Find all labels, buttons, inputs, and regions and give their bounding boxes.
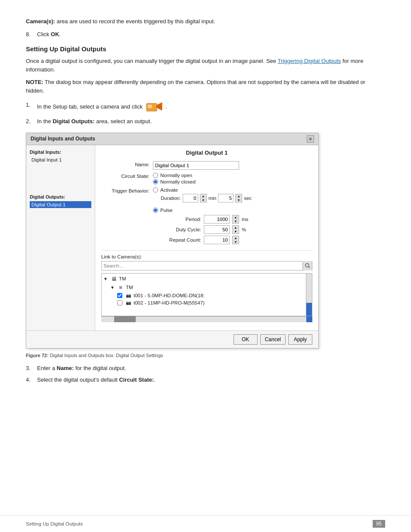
cam1-checkbox[interactable]: [117, 293, 122, 298]
step-1: 1. In the Setup tab, select a camera and…: [26, 101, 385, 114]
circuit-state-row: Circuit State: Normally open Normally cl…: [101, 173, 312, 184]
activate-label: Activate: [160, 187, 178, 193]
digital-output-1-item[interactable]: Digital Output 1: [30, 201, 91, 208]
footer-right: 95: [373, 520, 385, 528]
cam2-icon: 📷: [125, 300, 132, 305]
duty-cycle-row: Duty Cycle: ▲ ▼ %: [162, 225, 312, 234]
repeat-count-input[interactable]: [204, 236, 230, 244]
circuit-bold: Circuit State:: [119, 376, 154, 383]
repeat-spinner[interactable]: ▲ ▼: [232, 236, 239, 244]
h-scroll-right-btn[interactable]: [306, 316, 312, 322]
step-4-num: 4.: [26, 376, 34, 384]
left-spacer4: [30, 182, 91, 188]
left-spacer2: [30, 170, 91, 176]
repeat-count-row: Repeat Count: ▲ ▼: [162, 236, 312, 244]
period-up[interactable]: ▲: [233, 215, 239, 219]
vertical-scrollbar[interactable]: [306, 274, 312, 316]
normally-closed-radio[interactable]: [153, 179, 158, 184]
digital-outputs-label: Digital Outputs:: [30, 194, 91, 199]
activate-radio[interactable]: [153, 187, 158, 193]
activate-row: Activate: [153, 187, 312, 193]
period-unit: ms: [242, 217, 248, 222]
duration-min-up[interactable]: ▲: [200, 194, 206, 198]
duration-min-input[interactable]: [183, 194, 198, 202]
period-down[interactable]: ▼: [233, 219, 239, 223]
repeat-down[interactable]: ▼: [233, 240, 239, 244]
ok-button[interactable]: OK: [234, 334, 258, 345]
duration-sec-up[interactable]: ▲: [236, 194, 242, 198]
note-paragraph: NOTE: The dialog box may appear differen…: [26, 78, 385, 95]
duration-min-down[interactable]: ▼: [200, 198, 206, 202]
step-4: 4. Select the digital output's default C…: [26, 376, 385, 384]
page-footer: Setting Up Digital Outputs 95: [0, 515, 411, 532]
duty-cycle-label: Duty Cycle:: [162, 227, 201, 232]
search-button[interactable]: [302, 261, 312, 271]
h-scroll-thumb[interactable]: [114, 316, 136, 322]
tree-cam2-label: t002 - 11MP-HD-PRO-M(55547): [134, 300, 205, 305]
min-unit: min: [209, 196, 217, 201]
tree-item-tm1: ▼ 🖥 TM: [103, 275, 304, 283]
apply-button[interactable]: Apply: [288, 334, 312, 345]
normally-open-row: Normally open: [153, 173, 312, 178]
step-3-num: 3.: [26, 364, 34, 373]
step-8: 8. Click OK.: [26, 30, 385, 39]
svg-marker-1: [157, 103, 162, 110]
setup-icon: [146, 101, 162, 114]
cancel-button[interactable]: Cancel: [260, 334, 286, 345]
digital-inputs-label: Digital Inputs:: [30, 149, 91, 155]
circuit-state-control: Normally open Normally closed: [153, 173, 312, 184]
tree-item-cam1: 📷 t001 - 5.0MP-HD-DOME-DN(18:: [117, 292, 304, 299]
duty-cycle-input[interactable]: [204, 225, 230, 234]
server-icon: 🖥: [110, 276, 117, 282]
search-input[interactable]: [102, 263, 302, 269]
tree-expand-tm1[interactable]: ▼: [103, 277, 109, 281]
horizontal-scrollbar[interactable]: [101, 316, 312, 322]
circuit-state-label: Circuit State:: [101, 173, 153, 179]
step-4-content: Select the digital output's default Circ…: [37, 376, 156, 384]
duty-unit: %: [242, 227, 246, 232]
page-number: 95: [373, 520, 385, 528]
cam2-checkbox[interactable]: [117, 300, 122, 305]
left-spacer: [30, 164, 91, 170]
pulse-fields: Period: ▲ ▼ ms D: [162, 215, 312, 244]
name-label: Name:: [101, 161, 153, 167]
repeat-count-label: Repeat Count:: [162, 237, 201, 243]
duration-sec-down[interactable]: ▼: [236, 198, 242, 202]
trigger-behavior-label: Trigger Behavior:: [101, 187, 153, 193]
figure-caption: Figure 72: Digital Inputs and Outputs bo…: [26, 353, 385, 358]
duration-min-spinner[interactable]: ▲ ▼: [200, 194, 207, 202]
repeat-up[interactable]: ▲: [233, 236, 239, 240]
dialog-right-panel: Digital Output 1 Name: Circuit State: No…: [95, 145, 318, 330]
name-row: Name:: [101, 161, 312, 170]
period-input[interactable]: [204, 215, 230, 224]
triggering-link[interactable]: Triggering Digital Outputs: [277, 58, 341, 64]
para1: Once a digital output is configured, you…: [26, 57, 385, 74]
pulse-radio[interactable]: [153, 208, 158, 213]
dialog-close-button[interactable]: ×: [307, 135, 314, 143]
digital-input-1-item[interactable]: Digital Input 1: [30, 156, 91, 163]
duration-sec-spinner[interactable]: ▲ ▼: [235, 194, 242, 202]
normally-open-radio[interactable]: [153, 173, 158, 178]
left-spacer5: [30, 188, 91, 194]
duty-cycle-spinner[interactable]: ▲ ▼: [232, 225, 239, 234]
name-bold: Name:: [57, 365, 74, 371]
period-spinner[interactable]: ▲ ▼: [232, 215, 239, 224]
step-2-num: 2.: [26, 117, 34, 126]
step-8-text: Click OK.: [37, 30, 61, 39]
step-8-num: 8.: [26, 30, 34, 39]
step-2-content: In the Digital Outputs: area, select an …: [37, 117, 152, 126]
trigger-behavior-row: Trigger Behavior: Activate Duration: ▲: [101, 187, 312, 246]
normally-open-label: Normally open: [160, 173, 192, 178]
name-input[interactable]: [153, 161, 239, 170]
search-icon: [305, 263, 310, 268]
step-1-num: 1.: [26, 101, 34, 114]
duration-sec-input[interactable]: [218, 194, 234, 202]
period-row: Period: ▲ ▼ ms: [162, 215, 312, 224]
tree-expand-tm2[interactable]: ▼: [110, 285, 115, 290]
duty-up[interactable]: ▲: [233, 226, 239, 230]
dialog-footer: OK Cancel Apply: [26, 330, 318, 348]
duty-down[interactable]: ▼: [233, 230, 239, 233]
camera-tree: ▼ 🖥 TM ▼ ≡ TM 📷: [101, 273, 312, 316]
scrollbar-thumb[interactable]: [306, 303, 312, 316]
fig-bold: Figure 72:: [26, 353, 49, 358]
